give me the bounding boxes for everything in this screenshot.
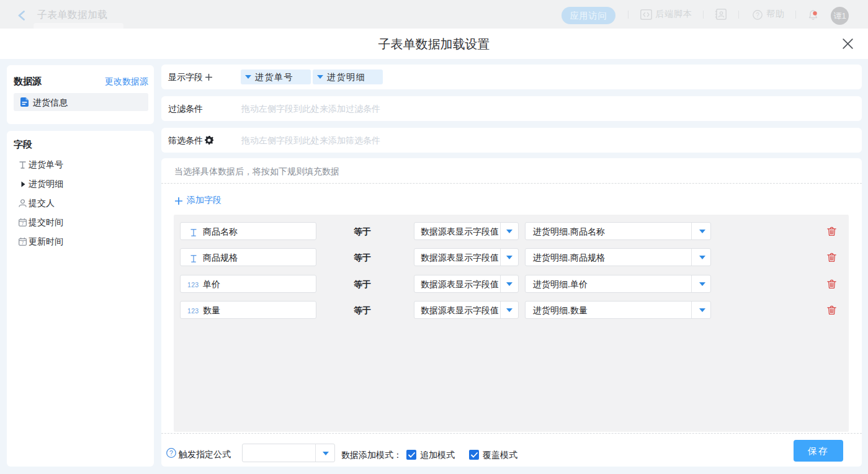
svg-text:7: 7 <box>22 221 24 226</box>
svg-text:?: ? <box>756 12 759 19</box>
svg-text:7: 7 <box>22 241 24 245</box>
svg-text:?: ? <box>169 449 173 457</box>
